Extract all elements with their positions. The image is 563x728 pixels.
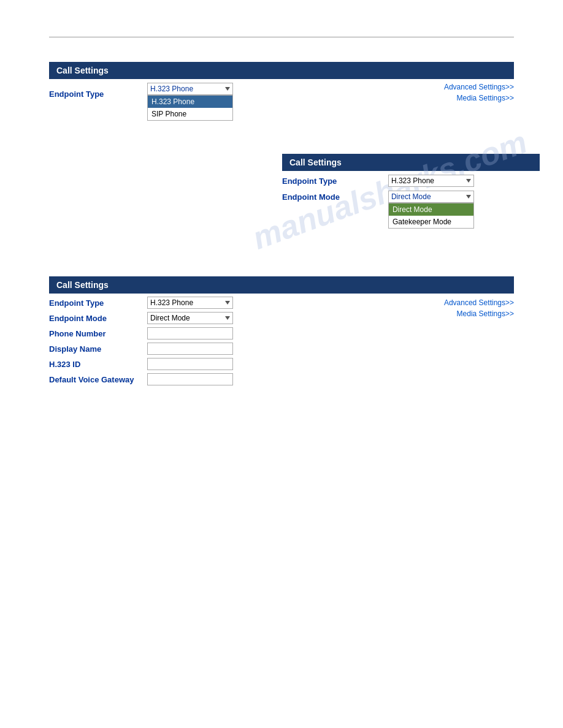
panel2-mode-display[interactable]: Direct Mode <box>388 191 474 203</box>
panel3-advanced-settings-link[interactable]: Advanced Settings>> <box>270 298 514 307</box>
panel2-endpoint-type-arrow <box>466 179 471 183</box>
panel3-links: Advanced Settings>> Media Settings>> <box>270 294 514 385</box>
panel2-endpoint-mode-label: Endpoint Mode <box>282 187 388 203</box>
panel2-option-gatekeeper[interactable]: Gatekeeper Mode <box>389 216 473 228</box>
panel1-endpoint-type-dropdown[interactable]: H.323 Phone H.323 Phone SIP Phone <box>147 83 233 95</box>
panel1-dropdown-value: H.323 Phone <box>150 85 193 93</box>
panel2-endpoint-type-value: H.323 Phone <box>391 176 464 185</box>
panel3-endpoint-type-arrow <box>225 301 230 305</box>
panel2-option-direct[interactable]: Direct Mode <box>389 203 473 216</box>
panel3-endpoint-mode-value: Direct Mode <box>150 314 223 322</box>
panel2-endpoint-type-label: Endpoint Type <box>282 171 388 187</box>
panel3-display-name-input[interactable] <box>147 343 233 355</box>
panel2-endpoint-mode-dropdown[interactable]: Direct Mode Direct Mode Gatekeeper Mode <box>388 191 474 203</box>
panel2-mode-list: Direct Mode Gatekeeper Mode <box>388 203 474 229</box>
panel1-media-settings-link[interactable]: Media Settings>> <box>270 94 514 102</box>
panel3-h323-id-input[interactable] <box>147 358 233 370</box>
panel3-endpoint-mode-label: Endpoint Mode <box>49 309 147 324</box>
panel1-endpoint-type-label: Endpoint Type <box>49 79 147 105</box>
panel1-advanced-settings-link[interactable]: Advanced Settings>> <box>270 83 514 91</box>
panel1-dropdown-display[interactable]: H.323 Phone <box>147 83 233 95</box>
panel2-header: Call Settings <box>282 154 540 171</box>
panel3-header: Call Settings <box>49 276 514 294</box>
panel2-section: Call Settings Endpoint Type H.323 Phone … <box>123 142 563 215</box>
panel3-endpoint-mode-arrow <box>225 316 230 320</box>
panel3-endpoint-type-value: H.323 Phone <box>150 298 223 307</box>
panel1-dropdown-arrow <box>225 87 230 91</box>
panel3-media-settings-link[interactable]: Media Settings>> <box>270 309 514 318</box>
top-divider <box>49 37 514 37</box>
panel3-display-name-label: Display Name <box>49 339 147 355</box>
panel1-section: Call Settings Endpoint Type H.323 Phone … <box>0 50 563 117</box>
panel3-section: Call Settings Endpoint Type H.323 Phone … <box>0 264 563 398</box>
panel3-default-voice-gateway-label: Default Voice Gateway <box>49 370 147 385</box>
panel3-endpoint-type-label: Endpoint Type <box>49 294 147 309</box>
panel1-links: Advanced Settings>> Media Settings>> <box>270 79 514 105</box>
panel1-header: Call Settings <box>49 62 514 79</box>
panel2-mode-value: Direct Mode <box>391 192 431 201</box>
panel3-phone-number-label: Phone Number <box>49 324 147 339</box>
panel1-option-sip[interactable]: SIP Phone <box>148 108 232 120</box>
panel3-phone-number-input[interactable] <box>147 327 233 339</box>
panel1-dropdown-list: H.323 Phone SIP Phone <box>147 95 233 121</box>
panel2-mode-arrow <box>466 195 471 199</box>
panel1-option-h323[interactable]: H.323 Phone <box>148 96 232 108</box>
panel3-h323-id-label: H.323 ID <box>49 355 147 370</box>
panel3-default-voice-gateway-input[interactable] <box>147 373 233 385</box>
